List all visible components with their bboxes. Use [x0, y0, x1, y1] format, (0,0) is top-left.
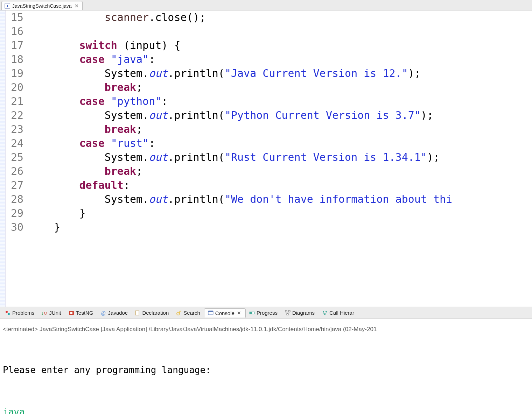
svg-rect-17: [288, 310, 290, 312]
tab-progress[interactable]: Progress: [246, 308, 281, 317]
tab-label: Call Hierar: [329, 310, 354, 316]
javadoc-icon: @: [101, 310, 106, 316]
svg-point-1: [8, 313, 10, 315]
code-line[interactable]: case "rust":: [29, 136, 452, 150]
diagrams-icon: [285, 310, 290, 316]
editor-tab-java[interactable]: J JavaStringSwitchCase.java ✕: [1, 1, 83, 10]
code-line[interactable]: switch (input) {: [29, 38, 452, 52]
console-line: Please enter any programming language:: [3, 363, 529, 377]
code-line[interactable]: scanner.close();: [29, 10, 452, 24]
code-line[interactable]: }: [29, 220, 452, 234]
code-content[interactable]: scanner.close(); switch (input) { case "…: [27, 10, 452, 307]
tab-declaration[interactable]: Declaration: [131, 308, 173, 317]
code-line[interactable]: break;: [29, 164, 452, 178]
svg-point-0: [6, 311, 8, 313]
tab-label: Diagrams: [292, 310, 315, 316]
code-line[interactable]: case "python":: [29, 94, 452, 108]
tab-label: Console: [215, 310, 234, 316]
svg-text:J: J: [42, 310, 43, 316]
code-line[interactable]: }: [29, 206, 452, 220]
console-output: Please enter any programming language: j…: [3, 335, 529, 414]
code-line[interactable]: case "java":: [29, 52, 452, 66]
line-number: 21: [8, 94, 23, 108]
tab-label: Problems: [12, 310, 34, 316]
java-file-icon: J: [5, 3, 10, 9]
call-hierarchy-icon: [322, 310, 328, 316]
svg-text:@: @: [101, 310, 106, 316]
code-editor[interactable]: 15161718192021222324252627282930 scanner…: [0, 10, 532, 307]
code-line[interactable]: default:: [29, 178, 452, 192]
code-line[interactable]: System.out.println("Java Current Version…: [29, 66, 452, 80]
svg-point-21: [324, 314, 326, 315]
close-icon[interactable]: ✕: [236, 310, 242, 316]
svg-point-20: [326, 311, 327, 312]
tab-search[interactable]: Search: [173, 308, 204, 317]
junit-icon: JU: [42, 310, 47, 316]
line-number: 25: [8, 150, 23, 164]
line-number: 24: [8, 136, 23, 150]
code-line[interactable]: System.out.println("Python Current Versi…: [29, 108, 452, 122]
tab-label: Javadoc: [108, 310, 128, 316]
problems-icon: [5, 310, 10, 316]
console-status: <terminated> JavaStringSwitchCase [Java …: [3, 326, 529, 333]
tab-javadoc[interactable]: @ Javadoc: [97, 308, 132, 317]
line-number: 29: [8, 206, 23, 220]
line-number: 17: [8, 38, 23, 52]
svg-rect-15: [250, 312, 252, 314]
svg-rect-5: [70, 312, 72, 314]
code-line[interactable]: System.out.println("We don't have inform…: [29, 192, 452, 206]
search-icon: [176, 310, 182, 316]
line-number: 22: [8, 108, 23, 122]
tab-label: TestNG: [76, 310, 93, 316]
editor-tab-bar: J JavaStringSwitchCase.java ✕: [0, 0, 532, 10]
code-line[interactable]: [29, 24, 452, 38]
line-number: 27: [8, 178, 23, 192]
svg-rect-16: [285, 310, 287, 312]
code-line[interactable]: System.out.println("Rust Current Version…: [29, 150, 452, 164]
line-number: 15: [8, 10, 23, 24]
svg-rect-18: [287, 314, 288, 315]
close-icon[interactable]: ✕: [74, 3, 79, 9]
line-number: 20: [8, 80, 23, 94]
svg-rect-9: [136, 313, 138, 313]
bottom-tab-bar: Problems JU JUnit TestNG @ Javadoc Decla…: [0, 307, 532, 319]
line-number-gutter: 15161718192021222324252627282930: [6, 10, 27, 307]
console-icon: [208, 310, 214, 316]
line-number: 28: [8, 192, 23, 206]
svg-point-19: [323, 311, 324, 312]
svg-rect-8: [136, 312, 138, 312]
code-line[interactable]: break;: [29, 80, 452, 94]
folding-ruler[interactable]: [0, 10, 6, 307]
code-line[interactable]: break;: [29, 122, 452, 136]
tab-label: Search: [183, 310, 200, 316]
line-number: 19: [8, 66, 23, 80]
line-number: 18: [8, 52, 23, 66]
tab-testng[interactable]: TestNG: [65, 308, 97, 317]
line-number: 23: [8, 122, 23, 136]
tab-console[interactable]: Console ✕: [204, 308, 246, 317]
console-user-input: java: [3, 405, 529, 414]
tab-problems[interactable]: Problems: [1, 308, 38, 317]
tab-label: JUnit: [49, 310, 61, 316]
tab-junit[interactable]: JU JUnit: [38, 308, 65, 317]
tab-diagrams[interactable]: Diagrams: [281, 308, 318, 317]
progress-icon: [249, 310, 255, 316]
declaration-icon: [135, 310, 140, 316]
line-number: 16: [8, 24, 23, 38]
console-pane[interactable]: <terminated> JavaStringSwitchCase [Java …: [0, 319, 532, 414]
line-number: 30: [8, 220, 23, 234]
tab-label: Declaration: [142, 310, 169, 316]
tab-label: Progress: [257, 310, 278, 316]
line-number: 26: [8, 164, 23, 178]
svg-rect-13: [208, 311, 213, 312]
svg-text:U: U: [44, 311, 47, 315]
tab-call-hierarchy[interactable]: Call Hierar: [318, 308, 358, 317]
editor-tab-label: JavaStringSwitchCase.java: [12, 3, 72, 9]
testng-icon: [69, 310, 74, 316]
